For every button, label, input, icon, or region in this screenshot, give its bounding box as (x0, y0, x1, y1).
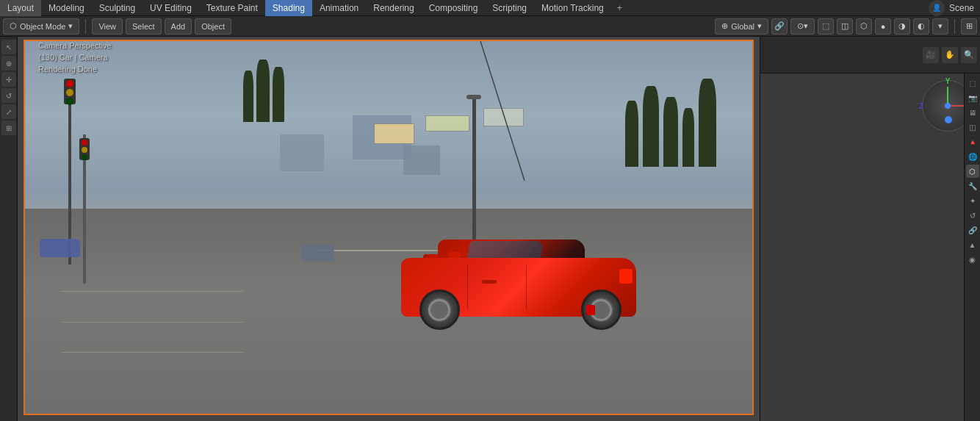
trees-center (243, 60, 284, 122)
particles-properties-icon[interactable]: ✦ (966, 194, 979, 207)
right-panel: 🎥 ✋ 🔍 X Y Z ⬚ � (760, 37, 980, 421)
car-door-line2 (526, 265, 527, 309)
car-mirror (449, 252, 460, 258)
camera-frame (24, 40, 754, 415)
traffic-pole-left2 (83, 134, 86, 284)
toolbar-separator (85, 19, 86, 34)
billboard-center (425, 115, 469, 132)
menu-item-scripting[interactable]: Scripting (485, 0, 534, 16)
material-properties-icon[interactable]: ◉ (966, 253, 979, 266)
view-menu-button[interactable]: View (92, 18, 123, 35)
scene-data-icon[interactable]: 🔺 (966, 135, 979, 148)
car-background-left (40, 239, 80, 257)
output-properties-icon[interactable]: 🖥 (966, 106, 979, 119)
scene-properties-icon[interactable]: ⬚ (966, 76, 979, 90)
traffic-light-red2 (82, 140, 87, 145)
constraints-properties-icon[interactable]: 🔗 (966, 223, 979, 237)
street-lamp-head (466, 95, 481, 99)
select-menu-button[interactable]: Select (126, 18, 162, 35)
toolbar-separator-2 (954, 19, 955, 34)
gizmo-y-label: Y (945, 77, 951, 85)
menu-item-sculpting[interactable]: Sculpting (92, 0, 143, 16)
traffic-light-green2 (82, 154, 87, 160)
car-tail-light (619, 269, 633, 284)
modifier-properties-icon[interactable]: 🔧 (966, 179, 979, 192)
physics-properties-icon[interactable]: ↺ (966, 209, 979, 222)
traffic-pole-left (68, 79, 71, 265)
top-menu-bar: Layout Modeling Sculpting UV Editing Tex… (0, 0, 980, 16)
transform-tool[interactable]: ⊞ (1, 120, 16, 135)
tree (682, 108, 694, 167)
menu-item-shading[interactable]: Shading (265, 0, 312, 16)
menu-item-layout[interactable]: Layout (0, 0, 41, 16)
viewport-shading-options[interactable]: ▾ (932, 18, 948, 35)
tree (243, 71, 253, 122)
gizmo-view-dot (945, 116, 952, 123)
toolbar-bar: ⬡ Object Mode ▾ View Select Add Object ⊕… (0, 16, 980, 37)
user-avatar-icon[interactable]: 👤 (929, 0, 945, 16)
add-workspace-button[interactable]: + (611, 1, 628, 15)
snap-toggle[interactable]: 🔗 (771, 18, 788, 35)
trees-right (625, 79, 716, 167)
rotate-tool[interactable]: ↺ (1, 88, 16, 103)
hand-tool-icon[interactable]: ✋ (942, 47, 958, 63)
menu-item-motion-tracking[interactable]: Motion Tracking (534, 0, 611, 16)
world-properties-icon[interactable]: 🌐 (966, 150, 979, 163)
camera-view-icon[interactable]: 🎥 (923, 47, 939, 63)
menu-item-rendering[interactable]: Rendering (366, 0, 421, 16)
gizmo-center-dot (945, 103, 951, 109)
menu-item-animation[interactable]: Animation (312, 0, 366, 16)
tree (273, 67, 284, 122)
menu-item-uv-editing[interactable]: UV Editing (143, 0, 199, 16)
proportional-edit-dropdown[interactable]: ⊙▾ (790, 18, 815, 35)
rendered-mode[interactable]: ◐ (913, 18, 929, 35)
building (403, 145, 440, 175)
building (280, 134, 324, 171)
solid-mode[interactable]: ● (875, 18, 891, 35)
tree (663, 97, 678, 167)
road-surface (25, 209, 752, 414)
render-properties-icon[interactable]: 📷 (966, 91, 979, 104)
scene-background (25, 41, 752, 414)
traffic-light-yellow2 (82, 147, 87, 153)
overlays-button[interactable]: ⬚ (818, 18, 834, 35)
view-layer-properties-icon[interactable]: ◫ (966, 120, 979, 134)
select-tool[interactable]: ↖ (1, 40, 16, 54)
gizmo-z-label: Z (919, 102, 923, 110)
car-wheel-rear (581, 289, 621, 330)
object-menu-button[interactable]: Object (195, 18, 231, 35)
material-preview-mode[interactable]: ◑ (894, 18, 910, 35)
car-wheel-front (419, 289, 460, 330)
billboard-right (483, 108, 524, 126)
tree (256, 60, 270, 122)
car-background-center (301, 245, 334, 261)
car-door-handle (482, 280, 497, 284)
add-menu-button[interactable]: Add (165, 18, 192, 35)
main-car-red (394, 229, 644, 331)
traffic-light-head (64, 79, 76, 104)
object-data-properties-icon[interactable]: ▲ (966, 238, 979, 251)
scene-name-label: Scene (949, 3, 974, 13)
dropdown-arrow-icon: ▾ (757, 21, 762, 31)
transform-orientation-dropdown[interactable]: ⊕ Global ▾ (715, 18, 768, 35)
xray-toggle[interactable]: ◫ (837, 18, 853, 35)
move-tool[interactable]: ✛ (1, 72, 16, 87)
menu-item-texture-paint[interactable]: Texture Paint (199, 0, 265, 16)
menu-item-modeling[interactable]: Modeling (41, 0, 92, 16)
orientation-icon: ⊕ (721, 21, 728, 31)
scale-tool[interactable]: ⤢ (1, 104, 16, 119)
traffic-light-green (66, 98, 73, 105)
zoom-icon[interactable]: 🔍 (961, 47, 977, 63)
traffic-light-red (66, 80, 73, 87)
object-properties-icon[interactable]: ⬡ (966, 165, 979, 178)
right-panel-icon-strip: ⬚ 📷 🖥 ◫ 🔺 🌐 ⬡ 🔧 ✦ ↺ 🔗 ▲ ◉ (964, 73, 980, 421)
menu-item-compositing[interactable]: Compositing (422, 0, 486, 16)
wireframe-mode[interactable]: ⬡ (856, 18, 872, 35)
mode-switcher-dropdown[interactable]: ⬡ Object Mode ▾ (3, 18, 79, 35)
cursor-tool[interactable]: ⊕ (1, 56, 16, 71)
wheel-rim (428, 299, 450, 321)
viewport-3d[interactable]: Camera Perspective (130) Car | Camera Re… (18, 37, 760, 421)
editor-layout-toggle[interactable]: ⊞ (961, 18, 977, 35)
mode-icon: ⬡ (10, 21, 17, 31)
tree (699, 79, 716, 167)
